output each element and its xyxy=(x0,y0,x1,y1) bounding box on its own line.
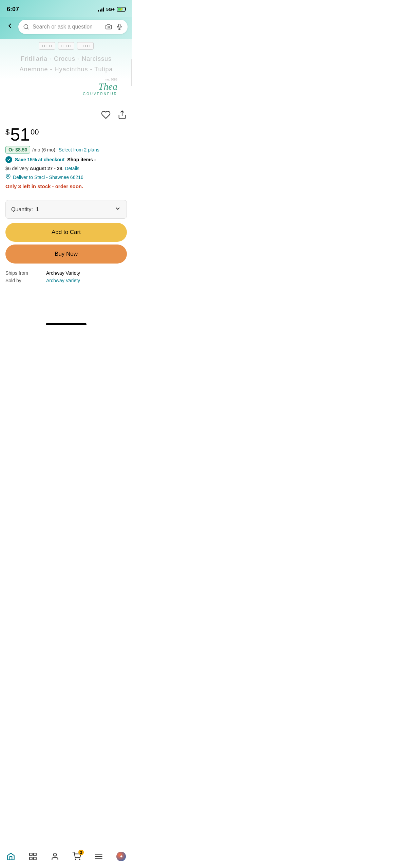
quantity-selector[interactable]: Quantity: 1 xyxy=(5,200,127,219)
location-icon xyxy=(5,174,11,181)
search-input[interactable]: Search or ask a question xyxy=(18,20,128,34)
stock-row: Only 3 left in stock - order soon. xyxy=(5,183,127,189)
delivery-details-link[interactable]: Details xyxy=(65,166,79,171)
monthly-plan-link[interactable]: Select from 2 plans xyxy=(59,147,99,152)
back-button[interactable] xyxy=(5,21,15,33)
svg-rect-2 xyxy=(108,26,110,28)
flower-content: □□□□ □□□□ □□□□ Fritillaria - Crocus - Na… xyxy=(5,42,128,96)
network-label: 5G+ xyxy=(106,7,115,12)
price-dollar-sign: $ xyxy=(5,128,9,137)
ships-from-value: Archway Variety xyxy=(46,270,127,276)
search-icon xyxy=(23,24,29,30)
price-cents: 00 xyxy=(31,128,39,137)
signal-bars-icon xyxy=(98,7,104,12)
monthly-payment-row: Or $8.50 /mo (6 mo). Select from 2 plans xyxy=(5,146,127,153)
shop-items-link[interactable]: Shop items › xyxy=(67,157,96,162)
svg-rect-3 xyxy=(119,24,120,27)
camera-scan-icon[interactable] xyxy=(105,23,113,31)
price-integer: 51 xyxy=(10,126,30,143)
flower-tab-3[interactable]: □□□□ xyxy=(77,42,94,50)
flower-tab-2[interactable]: □□□□ xyxy=(58,42,75,50)
delivery-text: $6 delivery xyxy=(5,166,28,171)
flower-names-line1: Fritillaria - Crocus - Narcissus Anemone… xyxy=(8,54,124,74)
check-circle-icon xyxy=(5,156,12,163)
sold-by-value[interactable]: Archway Variety xyxy=(46,278,127,283)
svg-line-1 xyxy=(27,28,28,29)
action-icons xyxy=(0,107,132,124)
search-bar-container: Search or ask a question xyxy=(0,17,132,39)
delivery-dates: August 27 - 28 xyxy=(30,166,62,171)
sold-by-label: Sold by xyxy=(5,278,46,283)
delivery-row: $6 delivery August 27 - 28. Details xyxy=(5,166,127,171)
status-time: 6:07 xyxy=(7,6,19,13)
wishlist-button[interactable] xyxy=(101,110,111,121)
flower-tabs: □□□□ □□□□ □□□□ xyxy=(8,42,124,50)
share-button[interactable] xyxy=(117,110,127,121)
savings-text: Save 15% at checkout xyxy=(15,157,64,162)
brand-name: Thea xyxy=(8,81,117,92)
home-indicator xyxy=(46,323,87,325)
ships-from-label: Ships from xyxy=(5,270,46,276)
deliver-to-row: Deliver to Staci - Shawnee 66216 xyxy=(5,174,127,181)
status-icons: 5G+ ⚡ xyxy=(98,7,126,12)
quantity-label: Quantity: 1 xyxy=(11,206,39,213)
brand-signature: no. 3083 Thea Gouverneur xyxy=(8,78,124,96)
product-image-area: □□□□ □□□□ □□□□ Fritillaria - Crocus - Na… xyxy=(0,39,132,107)
ships-sold-section: Ships from Archway Variety Sold by Archw… xyxy=(0,266,132,287)
price-main: $ 51 00 xyxy=(5,126,127,143)
brand-sub: Gouverneur xyxy=(8,92,117,96)
scroll-indicator xyxy=(131,59,132,86)
chevron-down-icon xyxy=(114,205,121,214)
add-to-cart-button[interactable]: Add to Cart xyxy=(5,223,127,242)
search-placeholder-text: Search or ask a question xyxy=(33,24,102,30)
status-bar: 6:07 5G+ ⚡ xyxy=(0,0,132,17)
microphone-icon[interactable] xyxy=(116,23,123,30)
battery-icon: ⚡ xyxy=(117,7,126,12)
deliver-to-text: Deliver to Staci - Shawnee 66216 xyxy=(13,175,83,180)
monthly-term: /mo (6 mo). xyxy=(32,147,57,152)
flower-tab-1[interactable]: □□□□ xyxy=(39,42,55,50)
svg-point-7 xyxy=(7,176,9,177)
buy-now-button[interactable]: Buy Now xyxy=(5,245,127,264)
savings-row: Save 15% at checkout Shop items › xyxy=(5,156,127,163)
price-section: $ 51 00 Or $8.50 /mo (6 mo). Select from… xyxy=(0,124,132,196)
monthly-badge: Or $8.50 xyxy=(5,146,30,153)
brand-number: no. 3083 xyxy=(8,78,117,81)
